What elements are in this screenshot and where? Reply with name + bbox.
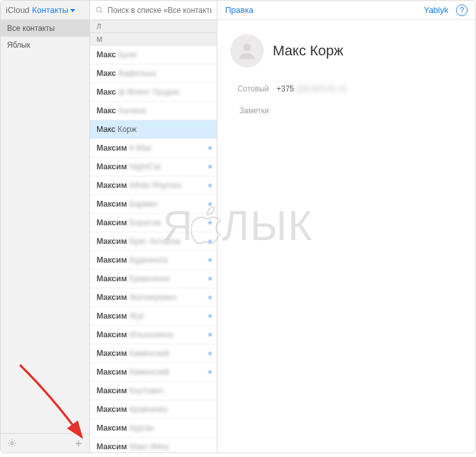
contact-row[interactable]: Максим Жилнерович (90, 288, 217, 307)
help-icon[interactable]: ? (456, 5, 468, 16)
plus-icon[interactable] (74, 439, 83, 448)
svg-point-0 (11, 442, 14, 445)
status-dot (208, 203, 212, 206)
status-dot (208, 147, 212, 150)
search-icon (95, 6, 104, 14)
section-label: Контакты (32, 5, 68, 15)
notes-field: Заметки (230, 106, 462, 115)
detail-body: Макс Корж Сотовый +375 (29) 925-81-21 За… (217, 20, 475, 128)
contact-row[interactable]: Максим Жук (90, 307, 217, 326)
contact-row[interactable]: Макс Калина (90, 102, 217, 120)
contact-header: Макс Корж (230, 34, 462, 68)
contact-row[interactable]: Макс Вафелька (90, 64, 217, 83)
contact-row[interactable]: Максим Кравченко (90, 400, 217, 419)
chevron-down-icon (70, 9, 75, 12)
edit-button[interactable]: Правка (225, 5, 253, 15)
contact-row[interactable]: Максим Кнутович (90, 382, 217, 400)
status-dot (208, 277, 212, 281)
phone-label: Сотовый (230, 84, 277, 93)
list-section-header: Л (90, 20, 217, 33)
section-dropdown[interactable]: Контакты (32, 5, 75, 15)
app-window: iCloud Контакты Все контактыЯблык (0, 0, 476, 453)
contact-row[interactable]: Максим White Rhymes (90, 176, 217, 195)
status-dot (208, 165, 212, 169)
contact-row[interactable]: Максим Буденнога (90, 251, 217, 270)
status-dot (208, 296, 212, 299)
contact-row[interactable]: Макс ф Флинт Гродня (90, 83, 217, 102)
status-dot (208, 333, 212, 337)
site-link[interactable]: Yablyk (424, 5, 448, 15)
brand-label: iCloud (6, 5, 30, 15)
sidebar-group-item[interactable]: Все контакты (1, 20, 89, 37)
contact-name: Макс Корж (273, 42, 343, 59)
phone-field: Сотовый +375 (29) 925-81-21 (230, 84, 462, 93)
sidebar: iCloud Контакты Все контактыЯблык (1, 1, 90, 452)
contact-row[interactable]: Максим NightCat (90, 158, 217, 176)
search-row (90, 1, 217, 20)
svg-point-3 (96, 7, 101, 12)
avatar (230, 34, 264, 68)
phone-value: +375 (29) 925-81-21 (277, 84, 347, 93)
person-silhouette-icon (236, 40, 258, 62)
sidebar-footer (1, 433, 89, 452)
search-input[interactable] (107, 6, 212, 15)
contact-row[interactable]: Максим Брат Антанов (90, 232, 217, 251)
detail-pane: Правка Yablyk ? Макс Корж Сотовый +375 (217, 1, 475, 452)
contact-row[interactable]: Максим Ермаченок (90, 270, 217, 288)
contact-row[interactable]: Максим Курган (90, 419, 217, 438)
detail-header: Правка Yablyk ? (217, 1, 475, 20)
status-dot (208, 371, 212, 374)
status-dot (208, 221, 212, 225)
contact-row[interactable]: Максим Каменский (90, 363, 217, 382)
contact-row[interactable]: Макс Корж (90, 120, 217, 139)
svg-point-5 (243, 44, 251, 51)
contact-row[interactable]: Максим Борисов (90, 214, 217, 232)
svg-line-4 (100, 11, 102, 13)
notes-label: Заметки (230, 106, 277, 115)
contact-list-pane: ЛММакс БуняМакс ВафелькаМакс ф Флинт Гро… (90, 1, 217, 452)
group-list: Все контактыЯблык (1, 20, 89, 433)
contact-row[interactable]: Максим Бармен (90, 195, 217, 214)
status-dot (208, 259, 212, 262)
contact-row[interactable]: Максим Ильюшенок (90, 326, 217, 344)
status-dot (208, 315, 212, 318)
list-section-header: М (90, 33, 217, 46)
gear-icon[interactable] (7, 438, 17, 448)
contact-row[interactable]: Максим К-Мах (90, 139, 217, 158)
sidebar-group-item[interactable]: Яблык (1, 37, 89, 53)
contact-row[interactable]: Максим Макс-Фёку (90, 438, 217, 452)
status-dot (208, 240, 212, 243)
contact-row[interactable]: Макс Буня (90, 46, 217, 64)
contact-row[interactable]: Максим Каменский (90, 344, 217, 363)
status-dot (208, 184, 212, 187)
sidebar-header: iCloud Контакты (1, 1, 89, 20)
contact-list[interactable]: ЛММакс БуняМакс ВафелькаМакс ф Флинт Гро… (90, 20, 217, 452)
status-dot (208, 352, 212, 355)
